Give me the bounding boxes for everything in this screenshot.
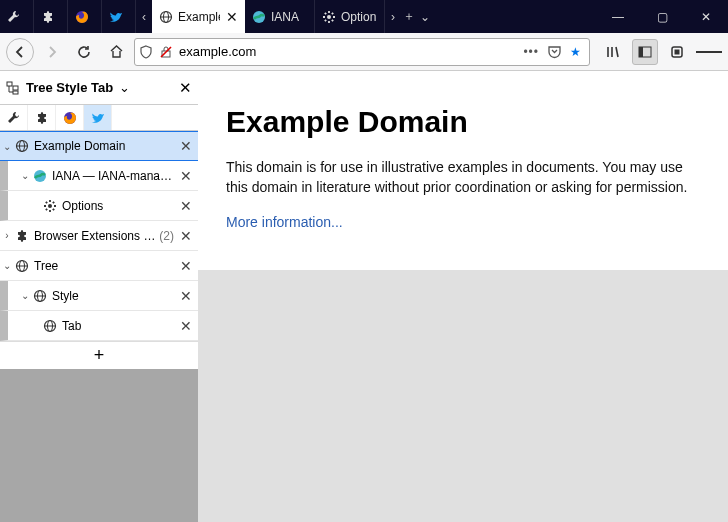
pinned-twitter[interactable] xyxy=(84,105,112,130)
app-menu-button[interactable] xyxy=(696,39,722,65)
content-area: Example Domain This domain is for use in… xyxy=(198,71,728,522)
twisty-icon[interactable]: ⌄ xyxy=(0,260,14,271)
pinned-puzzle[interactable] xyxy=(28,105,56,130)
close-icon[interactable]: ✕ xyxy=(226,9,238,25)
shield-icon[interactable] xyxy=(139,45,153,59)
puzzle-icon xyxy=(14,228,30,244)
tree-item-label: Tree xyxy=(34,259,174,273)
page-paragraph: This domain is for use in illustrative e… xyxy=(226,157,700,198)
svg-line-36 xyxy=(46,201,47,202)
globe-icon xyxy=(14,138,30,154)
page-heading: Example Domain xyxy=(226,105,700,139)
all-tabs-button[interactable]: ⌄ xyxy=(417,0,433,33)
close-icon[interactable]: ✕ xyxy=(174,258,198,274)
tab-IANA[interactable]: IANA xyxy=(245,0,315,33)
close-icon[interactable]: ✕ xyxy=(174,318,198,334)
twisty-icon[interactable]: ⌄ xyxy=(0,141,14,152)
pinned-firefox[interactable] xyxy=(56,105,84,130)
sidebar-title: Tree Style Tab xyxy=(26,80,113,95)
svg-rect-24 xyxy=(13,86,18,90)
url-bar[interactable]: ••• ★ xyxy=(134,38,590,66)
sidebar: Tree Style Tab ⌄ ✕ ⌄Example Domain✕⌄IANA… xyxy=(0,71,198,522)
page-action-dots[interactable]: ••• xyxy=(523,45,539,59)
sidebar-close-button[interactable]: ✕ xyxy=(179,79,192,97)
tab-Example[interactable]: Example✕ xyxy=(152,0,245,33)
tree-item-label: Tab xyxy=(62,319,174,333)
sidebar-toggle-icon[interactable] xyxy=(632,39,658,65)
tab-puzzle[interactable] xyxy=(34,0,68,33)
gear-icon xyxy=(42,198,58,214)
svg-line-13 xyxy=(332,12,333,13)
child-count: (2) xyxy=(159,229,174,243)
pocket-icon[interactable] xyxy=(547,44,562,59)
bookmark-star-icon[interactable]: ★ xyxy=(570,45,581,59)
tab-strip xyxy=(0,0,136,33)
tree-item[interactable]: Options✕ xyxy=(0,191,198,221)
title-bar: ‹ Example✕IANAOption › ＋ ⌄ — ▢ ✕ xyxy=(0,0,728,33)
firefox-icon xyxy=(74,9,90,25)
new-tab-button[interactable]: ＋ xyxy=(401,0,417,33)
close-icon[interactable]: ✕ xyxy=(174,198,198,214)
svg-line-18 xyxy=(616,47,618,57)
window-maximize[interactable]: ▢ xyxy=(640,0,684,33)
tree-item[interactable]: Tab✕ xyxy=(0,311,198,341)
tree-item[interactable]: ⌄IANA — IANA-managed✕ xyxy=(0,161,198,191)
wrench-icon xyxy=(6,9,22,25)
tree-item-label: Style xyxy=(52,289,174,303)
iana-icon xyxy=(251,9,267,25)
lock-insecure-icon[interactable] xyxy=(159,45,173,59)
page-body: Example Domain This domain is for use in… xyxy=(198,71,728,270)
tree-icon xyxy=(6,81,20,95)
sidebar-header[interactable]: Tree Style Tab ⌄ ✕ xyxy=(0,71,198,105)
svg-point-5 xyxy=(327,15,331,19)
library-icon[interactable] xyxy=(600,39,626,65)
window-minimize[interactable]: — xyxy=(596,0,640,33)
container-icon[interactable] xyxy=(664,39,690,65)
tab-scroll-right[interactable]: › xyxy=(385,0,401,33)
tab-firefox[interactable] xyxy=(68,0,102,33)
twisty-icon[interactable]: › xyxy=(0,230,14,241)
tree-item[interactable]: ›Browser Extensions - M(2)✕ xyxy=(0,221,198,251)
tab-label: IANA xyxy=(271,10,299,24)
tab-twitter[interactable] xyxy=(102,0,136,33)
tree-item[interactable]: ⌄Tree✕ xyxy=(0,251,198,281)
tree-item[interactable]: ⌄Style✕ xyxy=(0,281,198,311)
globe-icon xyxy=(42,318,58,334)
globe-icon xyxy=(32,288,48,304)
back-button[interactable] xyxy=(6,38,34,66)
svg-point-31 xyxy=(48,204,52,208)
twisty-icon[interactable]: ⌄ xyxy=(18,170,32,181)
pinned-wrench[interactable] xyxy=(0,105,28,130)
tree-item[interactable]: ⌄Example Domain✕ xyxy=(0,131,198,161)
iana-icon xyxy=(32,168,48,184)
close-icon[interactable]: ✕ xyxy=(174,138,198,154)
puzzle-icon xyxy=(40,9,56,25)
reload-button[interactable] xyxy=(70,38,98,66)
close-icon[interactable]: ✕ xyxy=(174,228,198,244)
forward-button[interactable] xyxy=(38,38,66,66)
tab-label: Example xyxy=(178,10,220,24)
tab-scroll-left[interactable]: ‹ xyxy=(136,0,152,33)
url-input[interactable] xyxy=(179,44,517,59)
tab-tree: ⌄Example Domain✕⌄IANA — IANA-managed✕Opt… xyxy=(0,131,198,341)
svg-line-37 xyxy=(53,208,54,209)
svg-rect-20 xyxy=(639,47,643,57)
svg-rect-25 xyxy=(13,91,18,94)
sidebar-caret-icon[interactable]: ⌄ xyxy=(119,80,130,95)
globe-icon xyxy=(14,258,30,274)
tree-new-tab-button[interactable]: + xyxy=(0,341,198,369)
twisty-icon[interactable]: ⌄ xyxy=(18,290,32,301)
tab-wrench[interactable] xyxy=(0,0,34,33)
svg-rect-22 xyxy=(675,49,680,54)
tab-Option[interactable]: Option xyxy=(315,0,385,33)
more-info-link[interactable]: More information... xyxy=(226,214,343,230)
tree-item-label: Example Domain xyxy=(34,139,174,153)
close-icon[interactable]: ✕ xyxy=(174,168,198,184)
close-icon[interactable]: ✕ xyxy=(174,288,198,304)
nav-toolbar: ••• ★ xyxy=(0,33,728,71)
svg-rect-23 xyxy=(7,82,12,86)
tree-item-label: IANA — IANA-managed xyxy=(52,169,174,183)
home-button[interactable] xyxy=(102,38,130,66)
window-close[interactable]: ✕ xyxy=(684,0,728,33)
pinned-tabs xyxy=(0,105,198,131)
